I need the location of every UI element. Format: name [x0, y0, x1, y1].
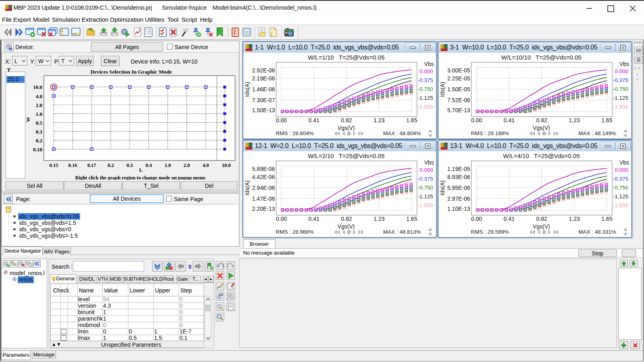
svg-text:2.92E-06: 2.92E-06	[252, 67, 275, 74]
svg-text:RMS : 29.599%: RMS : 29.599%	[471, 229, 509, 235]
svg-text:7.30E-07: 7.30E-07	[252, 97, 275, 103]
svg-text:RMS : 28.804%: RMS : 28.804%	[276, 130, 314, 136]
svg-text:1.50E-05: 1.50E-05	[447, 86, 470, 93]
svg-text:0.41: 0.41	[308, 216, 319, 222]
svg-text:L: L	[139, 167, 143, 173]
svg-text:Ids(A): Ids(A)	[439, 82, 446, 97]
svg-text:Vbs: Vbs	[619, 61, 629, 67]
svg-text:RMS : 29.188%: RMS : 29.188%	[471, 130, 509, 136]
svg-text:0.5: 0.5	[36, 120, 43, 126]
svg-text:-1.500: -1.500	[418, 104, 433, 110]
svg-text:0.00: 0.00	[276, 117, 287, 123]
svg-text:5.89E-06: 5.89E-06	[252, 166, 275, 172]
svg-text:0.41: 0.41	[308, 117, 319, 123]
svg-text:0.41: 0.41	[504, 216, 514, 222]
svg-text:1.19E-05: 1.19E-05	[447, 166, 470, 172]
svg-text:0.000: 0.000	[419, 167, 433, 173]
svg-text:2.94E-06: 2.94E-06	[252, 185, 275, 191]
svg-text:Devices Selection In Graphic M: Devices Selection In Graphic Mode	[91, 69, 172, 75]
svg-text:0.16: 0.16	[68, 162, 77, 168]
svg-text:1.65: 1.65	[601, 117, 612, 123]
svg-text:2.0: 2.0	[184, 162, 190, 168]
svg-text:Right click the graph region t: Right click the graph region to change m…	[75, 175, 205, 180]
svg-text:5.95E-06: 5.95E-06	[447, 185, 470, 191]
svg-text:RMS : 28.968%: RMS : 28.968%	[276, 229, 314, 235]
svg-text:Vgs(V): Vgs(V)	[338, 125, 355, 131]
svg-text:-1.125: -1.125	[613, 193, 628, 200]
svg-text:0.17: 0.17	[87, 162, 96, 168]
svg-text:1.23: 1.23	[569, 216, 580, 222]
svg-text:0.000: 0.000	[615, 167, 628, 173]
svg-text:Vbs: Vbs	[619, 159, 629, 166]
svg-text:-0.375: -0.375	[418, 77, 433, 83]
svg-text:-0.750: -0.750	[418, 185, 433, 191]
svg-text:1.23: 1.23	[569, 117, 580, 123]
svg-text:2.19E-06: 2.19E-06	[252, 75, 275, 82]
svg-text:Ids(A): Ids(A)	[244, 82, 250, 97]
svg-text:0.82: 0.82	[536, 117, 547, 123]
svg-text:0.82: 0.82	[536, 216, 547, 222]
svg-text:4.0: 4.0	[202, 162, 209, 168]
svg-text:0.3: 0.3	[36, 129, 43, 135]
svg-text:1.0: 1.0	[165, 162, 171, 168]
svg-text:-0.375: -0.375	[613, 77, 628, 83]
svg-text:4.0: 4.0	[36, 93, 42, 99]
svg-text:2.20E-13: 2.20E-13	[252, 206, 275, 212]
svg-text:4.42E-06: 4.42E-06	[252, 174, 275, 180]
svg-text:Vgs(V): Vgs(V)	[338, 223, 355, 230]
svg-text:0.3: 0.3	[126, 162, 133, 168]
svg-text:2.25E-05: 2.25E-05	[447, 75, 470, 82]
svg-text:10.0: 10.0	[33, 84, 42, 90]
svg-text:1.23: 1.23	[374, 117, 384, 123]
svg-text:3.00E-05: 3.00E-05	[447, 67, 470, 74]
svg-text:-0.750: -0.750	[613, 86, 628, 92]
svg-text:8.93E-06: 8.93E-06	[447, 174, 470, 180]
svg-text:0.00: 0.00	[471, 117, 482, 123]
svg-text:F5: F5	[219, 293, 223, 296]
svg-text:-0.375: -0.375	[613, 176, 628, 182]
svg-text:-1.125: -1.125	[418, 193, 433, 200]
svg-text:1.65: 1.65	[406, 117, 417, 123]
svg-text:MAX : 48.804%: MAX : 48.804%	[383, 130, 421, 136]
svg-text:-0.375: -0.375	[418, 176, 433, 182]
svg-text:1.65: 1.65	[406, 216, 417, 222]
svg-text:0.000: 0.000	[615, 68, 628, 74]
svg-text:0.2: 0.2	[107, 162, 114, 168]
svg-text:0.000: 0.000	[419, 68, 433, 74]
svg-text:-0.750: -0.750	[613, 185, 628, 191]
svg-text:-1.500: -1.500	[613, 202, 628, 208]
svg-text:7.52E-06: 7.52E-06	[447, 97, 470, 103]
svg-text:Vgs(V): Vgs(V)	[533, 125, 550, 131]
svg-text:W/L=10/10 T=25@Vds=0.05: W/L=10/10 T=25@Vds=0.05	[502, 54, 582, 61]
svg-text:MAX : 48.331%: MAX : 48.331%	[578, 229, 616, 235]
svg-text:0.82: 0.82	[341, 117, 352, 123]
svg-text:10.0: 10.0	[222, 162, 231, 168]
svg-text:-1.125: -1.125	[613, 95, 628, 101]
svg-text:W/L=1/10 T=25@Vds=0.05: W/L=1/10 T=25@Vds=0.05	[308, 54, 385, 61]
svg-text:1.10E-13: 1.10E-13	[447, 206, 470, 212]
svg-text:-1.125: -1.125	[418, 95, 433, 101]
svg-text:0.2: 0.2	[36, 138, 42, 144]
svg-text:Vbs: Vbs	[424, 159, 434, 166]
svg-text:1.0: 1.0	[36, 111, 42, 117]
svg-text:Ids(A): Ids(A)	[439, 180, 446, 195]
svg-text:0.15: 0.15	[50, 162, 58, 168]
svg-text:1.23: 1.23	[374, 216, 384, 222]
svg-text:1.47E-06: 1.47E-06	[252, 195, 275, 202]
svg-text:5.70E-13: 5.70E-13	[447, 107, 470, 113]
svg-text:0.82: 0.82	[341, 216, 352, 222]
svg-text:Ids(A): Ids(A)	[244, 180, 250, 195]
svg-text:0.00: 0.00	[471, 216, 482, 222]
svg-text:2.97E-06: 2.97E-06	[447, 195, 470, 202]
svg-text:MAX : 48.149%: MAX : 48.149%	[578, 130, 616, 136]
svg-text:1.46E-06: 1.46E-06	[252, 86, 275, 93]
svg-text:W/L=4/10 T=25@Vds=0.05: W/L=4/10 T=25@Vds=0.05	[503, 152, 580, 159]
svg-text:0.41: 0.41	[504, 117, 514, 123]
svg-text:-0.750: -0.750	[418, 86, 433, 92]
svg-text:-1.500: -1.500	[613, 104, 628, 110]
svg-text:W/L=2/10 T=25@Vds=0.05: W/L=2/10 T=25@Vds=0.05	[308, 152, 385, 159]
svg-text:1.65: 1.65	[601, 216, 612, 222]
svg-text:Vgs(V): Vgs(V)	[533, 223, 550, 230]
svg-text:MAX : 48.813%: MAX : 48.813%	[383, 229, 421, 235]
svg-text:0.18: 0.18	[33, 146, 42, 152]
